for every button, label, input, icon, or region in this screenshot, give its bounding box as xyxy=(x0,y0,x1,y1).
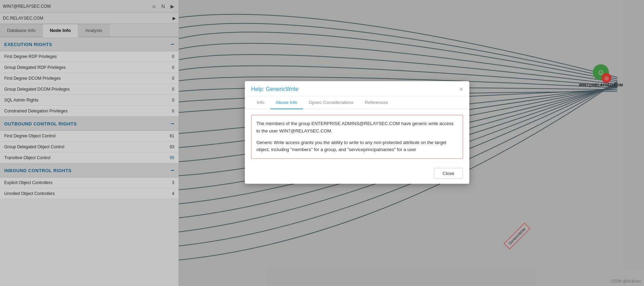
modal-content-box: The members of the group ENTERPRISE ADMI… xyxy=(251,115,463,159)
modal-tab-references[interactable]: References xyxy=(359,96,394,109)
modal-close-button[interactable]: × xyxy=(459,86,463,92)
modal-tab-opsec[interactable]: Opsec Considerations xyxy=(303,96,359,109)
modal-tab-abuse-info[interactable]: Abuse Info xyxy=(270,96,303,109)
help-modal: Help: GenericWrite × Info Abuse Info Ops… xyxy=(245,81,469,184)
modal-close-bottom-button[interactable]: Close xyxy=(434,168,463,179)
modal-tab-info[interactable]: Info xyxy=(251,96,270,109)
modal-footer: Close xyxy=(245,164,469,184)
modal-tabs: Info Abuse Info Opsec Considerations Ref… xyxy=(245,96,469,109)
modal-paragraph-2: Generic Write access grants you the abil… xyxy=(256,139,458,154)
modal-body: The members of the group ENTERPRISE ADMI… xyxy=(245,109,469,164)
modal-title: Help: GenericWrite xyxy=(251,86,298,92)
modal-overlay[interactable]: Help: GenericWrite × Info Abuse Info Ops… xyxy=(0,0,644,286)
modal-header: Help: GenericWrite × xyxy=(245,81,469,96)
modal-paragraph-1: The members of the group ENTERPRISE ADMI… xyxy=(256,120,458,135)
